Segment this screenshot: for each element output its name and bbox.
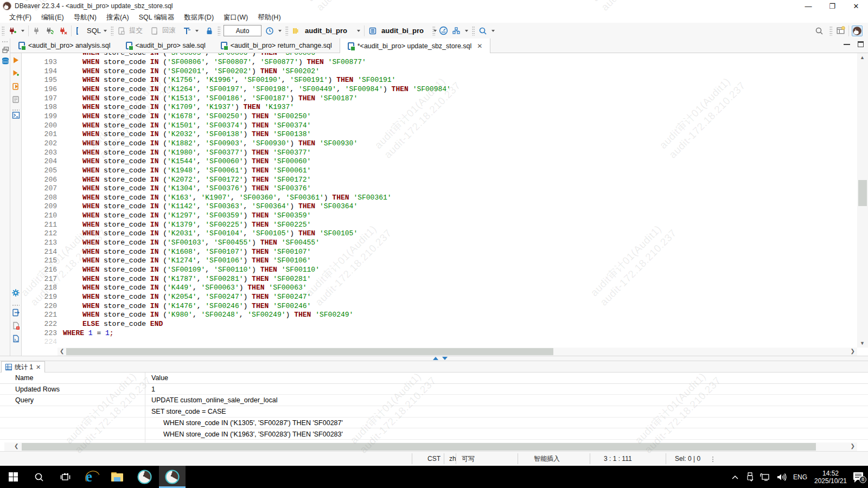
statistics-table: Name Value Updated Rows1QueryUPDATE cust… <box>0 373 868 442</box>
editor-hscroll-left-arrow[interactable]: ❮ <box>60 348 64 354</box>
minimize-view-icon[interactable] <box>844 42 850 45</box>
history-icon[interactable] <box>264 25 275 36</box>
menu-bar: 文件(F)编辑(E)导航(N)搜索(A)SQL 编辑器数据库(D)窗口(W)帮助… <box>0 12 868 23</box>
lock-icon[interactable] <box>204 25 215 36</box>
connection-combo-label[interactable]: audit_bi_pro <box>305 27 347 35</box>
menu-7[interactable]: 帮助(H) <box>253 13 285 22</box>
task-view-icon[interactable] <box>56 466 74 488</box>
dbeaver-taskbar-active-button[interactable] <box>159 466 186 488</box>
file-explorer-icon[interactable] <box>108 466 126 488</box>
stat-row-4[interactable]: WHEN store_code IN ('K1963', 'SF00283') … <box>0 429 868 440</box>
disconnect-icon[interactable] <box>58 25 68 36</box>
taskbar-search-icon[interactable] <box>30 466 48 488</box>
minimize-button[interactable]: — <box>796 0 820 12</box>
results-hscroll-right-arrow[interactable]: ❯ <box>851 443 855 449</box>
explain-plan-icon[interactable] <box>11 95 20 104</box>
editor-tab-0[interactable]: <audit_bi_pro> analysis.sql <box>11 38 118 53</box>
settings-gear-icon[interactable] <box>11 288 20 297</box>
sash-down-arrow[interactable] <box>442 357 448 360</box>
internet-explorer-icon[interactable]: e <box>82 466 100 488</box>
stat-row-0[interactable]: Updated Rows1 <box>0 384 868 395</box>
history-dropdown[interactable] <box>278 30 282 32</box>
sql-editor[interactable]: WHEN store_code IN ('SF00805', 'SF00806'… <box>22 53 857 348</box>
search-icon[interactable] <box>477 25 488 36</box>
stat-row-1[interactable]: QueryUPDATE custom_online_sale_order_loc… <box>0 395 868 406</box>
output-file-icon[interactable] <box>11 334 20 343</box>
database-navigator-icon[interactable] <box>1 57 10 66</box>
menu-3[interactable]: 搜索(A) <box>101 13 134 22</box>
results-hscroll-thumb[interactable] <box>22 443 816 451</box>
stat-row-3[interactable]: WHEN store_code IN ('K1305', 'SF00287') … <box>0 418 868 429</box>
dbeaver-perspective-icon[interactable] <box>852 25 863 36</box>
tray-expand-icon[interactable] <box>727 466 743 488</box>
quick-access-search-icon[interactable] <box>814 25 825 36</box>
sash-up-arrow[interactable] <box>433 357 438 360</box>
transaction-mode-icon[interactable] <box>181 25 192 36</box>
col-header-value: Value <box>151 373 168 384</box>
menu-4[interactable]: SQL 编辑器 <box>134 13 180 22</box>
plugins-dropdown[interactable] <box>465 30 468 32</box>
restore-view-icon[interactable] <box>858 41 864 47</box>
editor-tab-3[interactable]: *<audit_bi_pro> update_sbz_store.sql✕ <box>340 38 491 53</box>
usb-tray-icon[interactable] <box>743 466 757 488</box>
editor-tab-1[interactable]: <audit_bi_pro> sale.sql <box>118 38 213 53</box>
editor-hscroll-thumb[interactable] <box>66 348 553 355</box>
execute-script-icon[interactable] <box>11 82 20 91</box>
results-hscrollbar[interactable]: ❮ ❯ <box>4 442 857 451</box>
connect-icon[interactable] <box>31 25 42 36</box>
plugins-icon[interactable] <box>451 25 462 36</box>
editor-tab-bar: <audit_bi_pro> analysis.sql<audit_bi_pro… <box>0 38 868 53</box>
connection-color-icon <box>291 25 302 36</box>
editor-hscrollbar[interactable]: ❮ ❯ <box>58 348 857 356</box>
restore-panel-icon[interactable] <box>1 45 10 54</box>
transaction-dropdown[interactable] <box>195 30 199 32</box>
stat-row-2[interactable]: SET store_code = CASE <box>0 406 868 418</box>
editor-vscroll-down-arrow[interactable]: ▼ <box>860 341 865 346</box>
execute-statement-icon[interactable] <box>11 56 20 65</box>
action-center-icon[interactable]: 8 <box>850 466 868 488</box>
schema-combo-label[interactable]: audit_bi_pro <box>381 27 424 35</box>
commit-icon[interactable] <box>116 25 127 36</box>
sql-editor-icon[interactable] <box>74 25 85 36</box>
editor-left-toolbar <box>10 53 22 357</box>
language-indicator[interactable]: ENG <box>791 466 809 488</box>
results-hscroll-left-arrow[interactable]: ❮ <box>14 443 18 449</box>
editor-results-sash[interactable] <box>0 356 868 361</box>
menu-1[interactable]: 编辑(E) <box>36 13 69 22</box>
perspective-icon[interactable] <box>835 25 846 36</box>
tab-close-icon[interactable]: ✕ <box>477 42 482 50</box>
new-connection-icon[interactable] <box>7 25 18 36</box>
menu-6[interactable]: 窗口(W) <box>219 13 253 22</box>
editor-vscroll-up-arrow[interactable]: ▲ <box>860 55 865 60</box>
editor-hscroll-right-arrow[interactable]: ❯ <box>851 348 855 354</box>
search-dropdown[interactable] <box>492 30 495 32</box>
volume-tray-icon[interactable] <box>774 466 790 488</box>
sql-file-tab-icon <box>348 42 354 50</box>
menu-5[interactable]: 数据库(D) <box>179 13 219 22</box>
tab-statistics[interactable]: 统计 1 ✕ <box>1 361 45 373</box>
export-result-icon[interactable] <box>11 308 20 317</box>
sql-file-icon[interactable] <box>11 321 20 330</box>
rollback-icon[interactable] <box>149 25 160 36</box>
statistics-tab-close-icon[interactable]: ✕ <box>36 364 41 371</box>
sql-dropdown[interactable] <box>104 30 107 32</box>
restore-button[interactable]: ❐ <box>820 0 844 12</box>
window-title: DBeaver 22.3.4 - <audit_bi_pro> update_s… <box>15 2 173 10</box>
menu-2[interactable]: 导航(N) <box>69 13 101 22</box>
connection-combo-dropdown[interactable] <box>357 30 360 32</box>
commit-mode-combo[interactable]: Auto <box>224 25 261 36</box>
reconnect-icon[interactable] <box>44 25 55 36</box>
dbeaver-taskbar-icon[interactable] <box>135 466 154 488</box>
editor-vscrollbar[interactable]: ▲ ▼ <box>857 53 868 348</box>
taskbar-clock[interactable]: 14:52 2025/10/21 <box>809 466 852 488</box>
editor-tab-2[interactable]: <audit_bi_pro> return_change.sql <box>213 38 340 53</box>
close-button[interactable]: ✕ <box>844 0 868 12</box>
new-connection-dropdown[interactable] <box>21 30 24 32</box>
editor-vscroll-thumb[interactable] <box>858 180 867 206</box>
console-icon[interactable] <box>11 111 20 119</box>
execute-new-tab-icon[interactable] <box>11 69 20 78</box>
menu-0[interactable]: 文件(F) <box>4 13 36 22</box>
dashboard-icon[interactable] <box>438 25 449 36</box>
network-tray-icon[interactable] <box>757 466 773 488</box>
start-button[interactable] <box>4 466 22 488</box>
